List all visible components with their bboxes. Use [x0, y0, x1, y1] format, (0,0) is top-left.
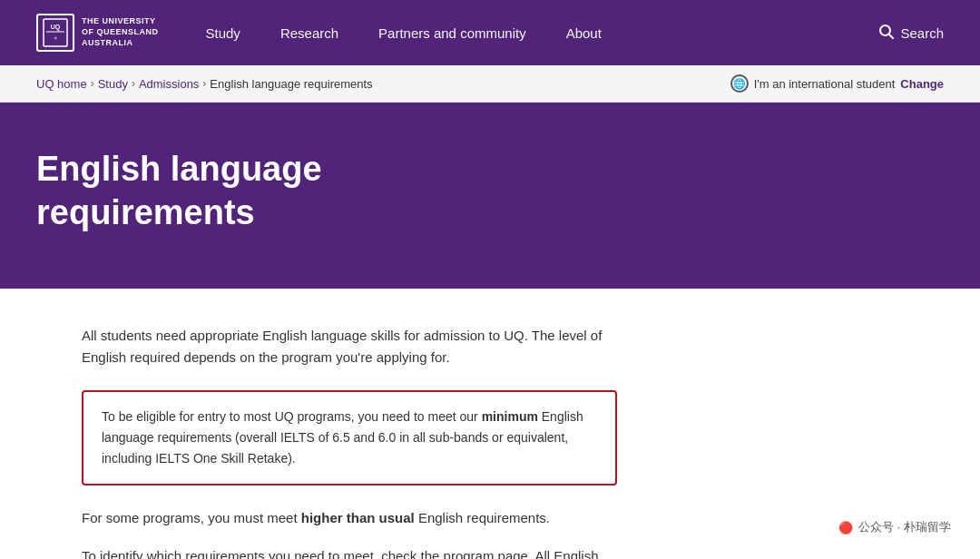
breadcrumb-home[interactable]: UQ home	[36, 77, 87, 91]
breadcrumb-sep-3: ›	[202, 77, 206, 90]
svg-text:⚜: ⚜	[54, 35, 57, 41]
main-nav: UQ ⚜ The University of Queensland Austra…	[0, 0, 980, 65]
highlight-box: To be eligible for entry to most UQ prog…	[82, 390, 617, 485]
main-content: All students need appropriate English la…	[0, 289, 653, 559]
watermark-icon: 🔴	[838, 521, 853, 534]
svg-line-5	[889, 34, 894, 38]
breadcrumb-bar: UQ home › Study › Admissions › English l…	[0, 65, 980, 103]
logo-text: The University of Queensland Australia	[82, 16, 159, 48]
watermark-text: 公众号 · 朴瑞留学	[858, 519, 951, 535]
nav-item-research[interactable]: Research	[260, 0, 358, 65]
globe-icon: 🌐	[730, 74, 749, 93]
breadcrumb-admissions[interactable]: Admissions	[139, 77, 199, 91]
watermark: 🔴 公众号 · 朴瑞留学	[828, 514, 962, 541]
intro-paragraph: All students need appropriate English la…	[82, 325, 617, 368]
nav-item-partners[interactable]: Partners and community	[358, 0, 546, 65]
intl-student-text: I'm an international student	[754, 77, 896, 91]
breadcrumb-sep-2: ›	[132, 77, 135, 90]
breadcrumb-study[interactable]: Study	[98, 77, 128, 91]
para1-bold: higher than usual	[301, 510, 415, 525]
search-icon	[878, 24, 895, 43]
search-label: Search	[900, 25, 944, 41]
svg-text:UQ: UQ	[51, 24, 61, 31]
para1-pre: For some programs, you must meet	[82, 510, 301, 525]
nav-item-study[interactable]: Study	[186, 0, 260, 65]
page-title: English language requirements	[36, 148, 490, 234]
change-link[interactable]: Change	[900, 77, 944, 91]
para-higher: For some programs, you must meet higher …	[82, 507, 617, 529]
highlight-pre: To be eligible for entry to most UQ prog…	[102, 409, 482, 424]
breadcrumb-sep-1: ›	[91, 77, 94, 90]
highlight-bold: minimum	[482, 409, 538, 424]
search-button[interactable]: Search	[878, 24, 944, 43]
intl-student-section: 🌐 I'm an international student Change	[730, 74, 944, 93]
logo-area[interactable]: UQ ⚜ The University of Queensland Austra…	[36, 14, 159, 52]
logo-crest: UQ ⚜	[36, 14, 74, 52]
para-identify: To identify which requirements you need …	[82, 545, 617, 559]
breadcrumb-current: English language requirements	[210, 77, 372, 91]
para1-post: English requirements.	[415, 510, 550, 525]
breadcrumb: UQ home › Study › Admissions › English l…	[36, 77, 373, 91]
hero-section: English language requirements	[0, 103, 980, 289]
nav-links: Study Research Partners and community Ab…	[186, 0, 879, 65]
nav-item-about[interactable]: About	[546, 0, 622, 65]
